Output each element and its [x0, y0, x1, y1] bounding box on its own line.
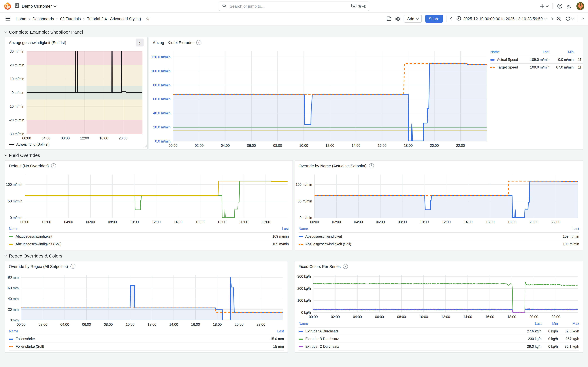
svg-text:08:00: 08:00: [108, 220, 117, 224]
svg-text:08:00: 08:00: [273, 144, 282, 148]
legend-column-header[interactable]: Last: [556, 226, 579, 233]
legend-row[interactable]: Extruder B Durchsatz230 kg/h0 kg/h267 kg…: [299, 335, 579, 343]
svg-text:22:00: 22:00: [551, 315, 560, 319]
mega-menu-toggle-icon[interactable]: [4, 16, 11, 22]
info-icon[interactable]: i: [196, 40, 201, 45]
legend-column-header[interactable]: Min: [549, 49, 574, 56]
legend-column-header[interactable]: Name: [9, 226, 266, 233]
svg-text:30 m/min: 30 m/min: [10, 49, 24, 53]
legend-row[interactable]: Extruder A Durchsatz27.6 kg/h0 kg/h37.5 …: [299, 327, 579, 335]
new-button[interactable]: [540, 4, 548, 8]
info-icon[interactable]: i: [369, 163, 374, 168]
legend-row[interactable]: Actual Speed109.0 m/min0.0 m/min11: [490, 56, 583, 63]
time-series-chart[interactable]: 120.0 m/min100.0 m/min80.0 m/min60.0 m/m…: [150, 48, 489, 149]
svg-text:20:00: 20:00: [119, 136, 128, 140]
legend-column-header[interactable]: Name: [299, 226, 556, 233]
zoom-out-button[interactable]: [556, 16, 562, 21]
panel-fixed-colors-per-series: Fixed Colors Per Series i 300 kg/h200 kg…: [295, 261, 583, 353]
dashboard-canvas: Complete Example: Shopfloor Panel Abzugs…: [0, 25, 588, 353]
time-series-chart[interactable]: 300 kg/h200 kg/h100 kg/h0 kg/h00:0002:00…: [296, 272, 580, 320]
search-box[interactable]: ⌘+k: [219, 1, 369, 11]
legend-column-header[interactable]: Name: [299, 320, 520, 327]
breadcrumb-dashboards[interactable]: Dashboards: [31, 16, 55, 21]
news-rss-icon[interactable]: [567, 3, 572, 9]
panel-resize-handle[interactable]: [144, 143, 147, 149]
svg-text:16:00: 16:00: [196, 220, 204, 224]
legend-row[interactable]: Target Speed109.0 m/min67.0 m/min11: [490, 63, 583, 71]
legend-column-header[interactable]: Last: [266, 226, 289, 233]
time-series-chart[interactable]: 100 m/min50 m/min0 m/min00:0002:0004:000…: [296, 172, 580, 226]
legend-column-header[interactable]: Last: [523, 49, 550, 56]
svg-text:40 mm: 40 mm: [8, 297, 19, 301]
grafana-logo-icon[interactable]: [4, 2, 12, 10]
legend-column-header[interactable]: Name: [490, 49, 523, 56]
info-icon[interactable]: i: [51, 163, 56, 168]
svg-text:02:00: 02:00: [331, 315, 340, 319]
time-series-chart[interactable]: 100 m/min50 m/min0 m/min00:0002:0004:000…: [6, 172, 290, 226]
svg-text:200 kg/h: 200 kg/h: [297, 287, 311, 291]
legend-row[interactable]: Extruder C Durchsatz29.0 kg/h0 kg/h36.1 …: [299, 343, 579, 350]
app-root: Demo Customer ⌘+: [0, 0, 588, 367]
legend-row[interactable]: Abzugsgeschwindigkeit109 m/min: [9, 233, 289, 240]
svg-text:40.0 m/min: 40.0 m/min: [153, 111, 171, 115]
dashboard-settings-button[interactable]: [395, 16, 400, 21]
legend-row[interactable]: Folienstärke15.0 mm: [9, 335, 284, 343]
legend-column-header[interactable]: Max: [558, 320, 579, 327]
time-back-button[interactable]: [450, 17, 452, 20]
svg-text:08:00: 08:00: [104, 323, 113, 326]
legend-row[interactable]: Abzugsgeschwindigkeit109 m/min: [299, 233, 579, 240]
series-swatch: [9, 144, 14, 145]
legend-column-header[interactable]: Min: [542, 320, 558, 327]
svg-text:14:00: 14:00: [352, 144, 361, 148]
svg-text:20:00: 20:00: [235, 323, 244, 326]
time-range-picker[interactable]: 2025-12-10 00:00:00 to 2025-12-10 23:59:…: [456, 16, 547, 22]
info-icon[interactable]: i: [70, 264, 75, 269]
favorite-star-icon[interactable]: ☆: [146, 16, 150, 21]
time-forward-button[interactable]: [551, 17, 553, 20]
legend-row[interactable]: Abzugsgeschwindigkeit (Soll)109 m/min: [9, 240, 289, 248]
section-header-complete-example[interactable]: Complete Example: Shopfloor Panel: [5, 29, 583, 34]
legend-row[interactable]: Abweichung (Soll-Ist): [9, 142, 144, 147]
svg-text:08:00: 08:00: [61, 136, 70, 140]
legend-column-header[interactable]: Last: [264, 328, 284, 335]
search-shortcut: ⌘+k: [351, 4, 366, 8]
collapse-toolbar-button[interactable]: [582, 17, 584, 20]
time-series-chart[interactable]: 30 m/min20 m/min10 m/min0 m/min-10 m/min…: [6, 48, 145, 142]
dashboard-toolbar: Home › Dashboards › 02 Tutorials › Tutor…: [0, 13, 588, 25]
svg-text:50 m/min: 50 m/min: [297, 199, 312, 203]
time-series-chart[interactable]: 80 mm60 mm40 mm20 mm0 mm00:0002:0004:000…: [6, 272, 285, 328]
legend-column-header[interactable]: Name: [9, 328, 264, 335]
legend-row[interactable]: Abzugsgeschwindigkeit (Soll)109 m/min: [299, 240, 579, 248]
panel-menu-kebab-icon[interactable]: ⋮: [136, 39, 144, 47]
section-header-regex-overrides[interactable]: Regex Overrides & Colors: [5, 253, 583, 259]
legend-column-header[interactable]: Last: [520, 320, 542, 327]
svg-text:00:00: 00:00: [309, 315, 318, 319]
svg-text:120.0 m/min: 120.0 m/min: [151, 55, 171, 59]
svg-text:80.0 m/min: 80.0 m/min: [153, 83, 171, 87]
org-switcher[interactable]: Demo Customer: [15, 3, 56, 9]
chevron-down-icon: [416, 17, 419, 20]
search-input[interactable]: [229, 3, 349, 9]
avatar[interactable]: [576, 2, 584, 10]
breadcrumb-dashboard-title[interactable]: Tutorial 2.4 - Advanced Styling: [86, 16, 142, 21]
series-swatch: [299, 339, 303, 340]
svg-text:0 m/min: 0 m/min: [12, 91, 24, 95]
legend-row[interactable]: Folienstärke (Soll)15 mm: [9, 343, 284, 350]
help-button[interactable]: [557, 3, 562, 9]
breadcrumb-home[interactable]: Home: [14, 16, 27, 21]
save-dashboard-button[interactable]: [386, 16, 391, 21]
divider: [553, 3, 553, 9]
refresh-button[interactable]: [565, 16, 574, 21]
share-button[interactable]: Share: [425, 15, 443, 23]
add-button[interactable]: Add: [404, 15, 422, 23]
panel-title: Abzugsgeschwindigkeit (Soll-Ist): [9, 40, 66, 45]
svg-text:04:00: 04:00: [353, 315, 362, 319]
svg-text:20:00: 20:00: [239, 220, 248, 224]
svg-text:06:00: 06:00: [247, 144, 256, 148]
svg-text:14:00: 14:00: [464, 220, 473, 224]
svg-text:02:00: 02:00: [332, 220, 341, 224]
series-swatch: [9, 346, 13, 347]
section-header-field-overrides[interactable]: Field Overrides: [5, 153, 583, 158]
info-icon[interactable]: i: [343, 264, 348, 269]
breadcrumb-folder[interactable]: 02 Tutorials: [59, 16, 82, 21]
